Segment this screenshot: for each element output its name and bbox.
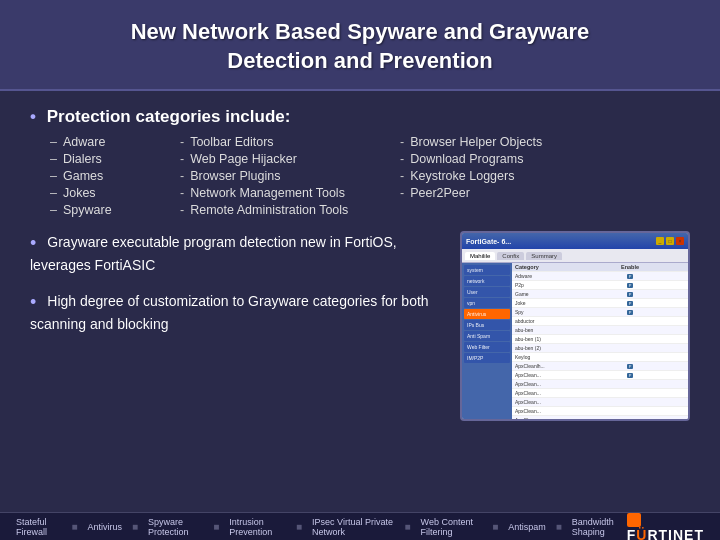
table-row[interactable]: ApxCleanlh... P	[512, 362, 688, 371]
table-row[interactable]: Spy P	[512, 308, 688, 317]
ss-tab-confix[interactable]: Confix	[497, 252, 524, 260]
protection-section: • Protection categories include: –Adware…	[30, 107, 690, 217]
bottom-bar: Stateful Firewall ■ Antivirus ■ Spyware …	[0, 512, 720, 540]
slide-content: • Protection categories include: –Adware…	[0, 91, 720, 512]
table-row[interactable]: abu-ben (2)	[512, 344, 688, 353]
bullet-dot-2: •	[30, 233, 41, 253]
ss-sidebar-imp2p[interactable]: IM/P2P	[464, 353, 510, 363]
text-bullets: • Grayware executable program detection …	[30, 231, 440, 335]
table-row[interactable]: P2p P	[512, 281, 688, 290]
ss-main: Category Enable Adware P P2p P	[512, 263, 688, 419]
table-row[interactable]: ApxClean...	[512, 389, 688, 398]
categories-col3: -Browser Helper Objects -Download Progra…	[400, 135, 600, 217]
ss-window-controls: _ □ ×	[656, 237, 684, 245]
ss-close-btn[interactable]: ×	[676, 237, 684, 245]
table-row[interactable]: Joke P	[512, 299, 688, 308]
ss-sidebar-vpn[interactable]: vpn	[464, 298, 510, 308]
table-row[interactable]: ApxClean... P	[512, 371, 688, 380]
bottom-item-antivirus: Antivirus	[87, 522, 122, 532]
list-item: –Jokes	[50, 186, 180, 200]
ss-sidebar: system network User vpn Antivirus IPs Bu…	[462, 263, 512, 419]
table-row[interactable]: ApxClean...	[512, 416, 688, 419]
ss-maximize-btn[interactable]: □	[666, 237, 674, 245]
bullet-2: • Grayware executable program detection …	[30, 231, 440, 276]
slide: New Network Based Spyware and Grayware D…	[0, 0, 720, 540]
ss-titlebar: FortiGate- 6... _ □ ×	[462, 233, 688, 249]
lower-section: • Grayware executable program detection …	[30, 231, 690, 421]
list-item: -Web Page Hijacker	[180, 152, 400, 166]
list-item: –Games	[50, 169, 180, 183]
bottom-item-web: Web Content Filtering	[421, 517, 483, 537]
screenshot-inner: FortiGate- 6... _ □ × Mahilile Confix Su…	[462, 233, 688, 419]
ss-sidebar-antivirus[interactable]: Antivirus	[464, 309, 510, 319]
list-item: -Browser Helper Objects	[400, 135, 600, 149]
list-item: -Download Programs	[400, 152, 600, 166]
ss-tab-mahilile[interactable]: Mahilile	[465, 252, 495, 260]
list-item: -Browser Plugins	[180, 169, 400, 183]
ss-sidebar-ips[interactable]: IPs Bus	[464, 320, 510, 330]
bottom-item-bandwidth: Bandwidth Shaping	[572, 517, 627, 537]
table-row[interactable]: Adware P	[512, 272, 688, 281]
list-item: -Toolbar Editors	[180, 135, 400, 149]
fortinet-logo: FÜRTINET	[627, 510, 704, 540]
bottom-item-antispam: Antispam	[508, 522, 546, 532]
list-item: -Peer2Peer	[400, 186, 600, 200]
ss-minimize-btn[interactable]: _	[656, 237, 664, 245]
ss-table-header: Category Enable	[512, 263, 688, 272]
bullet-dot-1: •	[30, 107, 36, 126]
ss-sidebar-webfilter[interactable]: Web Filter	[464, 342, 510, 352]
bottom-item-firewall: Stateful Firewall	[16, 517, 61, 537]
ss-nav-tabs: Mahilile Confix Summary	[462, 249, 688, 263]
categories-grid: –Adware –Dialers –Games –Jokes –Spyware …	[50, 135, 690, 217]
fortinet-icon	[627, 513, 641, 527]
ss-sidebar-network[interactable]: network	[464, 276, 510, 286]
table-row[interactable]: ApxClean...	[512, 398, 688, 407]
slide-title: New Network Based Spyware and Grayware D…	[40, 18, 680, 75]
table-row[interactable]: ApxClean...	[512, 407, 688, 416]
table-row[interactable]: abductor	[512, 317, 688, 326]
list-item: -Remote Administration Tools	[180, 203, 400, 217]
table-row[interactable]: ApxClean...	[512, 380, 688, 389]
bottom-items: Stateful Firewall ■ Antivirus ■ Spyware …	[16, 517, 627, 537]
list-item: –Adware	[50, 135, 180, 149]
ss-body: system network User vpn Antivirus IPs Bu…	[462, 263, 688, 419]
slide-header: New Network Based Spyware and Grayware D…	[0, 0, 720, 91]
ss-sidebar-antispam[interactable]: Anti Spam	[464, 331, 510, 341]
categories-col1: –Adware –Dialers –Games –Jokes –Spyware	[50, 135, 180, 217]
bullet-3: • High degree of customization to Graywa…	[30, 290, 440, 335]
ss-sidebar-user[interactable]: User	[464, 287, 510, 297]
bottom-item-spyware: Spyware Protection	[148, 517, 203, 537]
ss-tab-summary[interactable]: Summary	[526, 252, 562, 260]
categories-col2: -Toolbar Editors -Web Page Hijacker -Bro…	[180, 135, 400, 217]
list-item: -Keystroke Loggers	[400, 169, 600, 183]
screenshot-box: FortiGate- 6... _ □ × Mahilile Confix Su…	[460, 231, 690, 421]
table-row[interactable]: Keylog	[512, 353, 688, 362]
ss-sidebar-system[interactable]: system	[464, 265, 510, 275]
ss-table: Category Enable Adware P P2p P	[512, 263, 688, 419]
bottom-item-intrusion: Intrusion Prevention	[229, 517, 286, 537]
table-row[interactable]: abu-ben (1)	[512, 335, 688, 344]
table-row[interactable]: Game P	[512, 290, 688, 299]
list-item: –Spyware	[50, 203, 180, 217]
bottom-item-vpn: IPsec Virtual Private Network	[312, 517, 394, 537]
protection-title: • Protection categories include:	[30, 107, 690, 127]
list-item: -Network Management Tools	[180, 186, 400, 200]
table-row[interactable]: abu-ben	[512, 326, 688, 335]
bullet-dot-3: •	[30, 292, 41, 312]
list-item: –Dialers	[50, 152, 180, 166]
